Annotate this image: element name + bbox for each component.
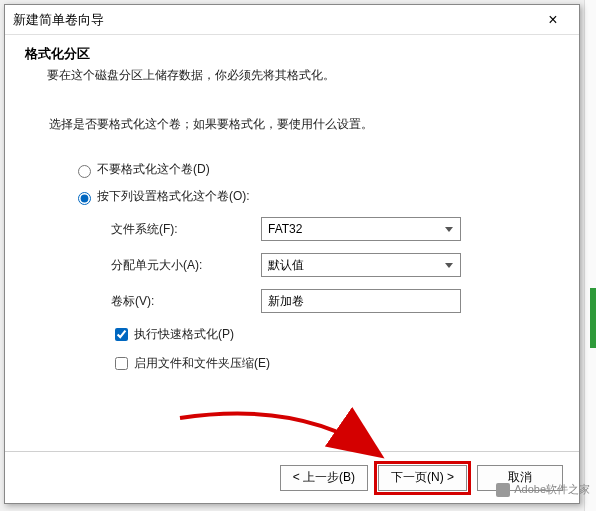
allocation-select[interactable]: 默认值	[261, 253, 461, 277]
filesystem-select[interactable]: FAT32	[261, 217, 461, 241]
volume-label-input[interactable]	[261, 289, 461, 313]
wizard-header: 格式化分区 要在这个磁盘分区上储存数据，你必须先将其格式化。	[5, 35, 579, 90]
quick-format-label: 执行快速格式化(P)	[134, 326, 234, 343]
allocation-label: 分配单元大小(A):	[111, 257, 261, 274]
page-subheading: 要在这个磁盘分区上储存数据，你必须先将其格式化。	[25, 67, 559, 84]
title-bar: 新建简单卷向导 ×	[5, 5, 579, 35]
radio-format[interactable]: 按下列设置格式化这个卷(O):	[73, 188, 535, 205]
page-heading: 格式化分区	[25, 45, 559, 63]
quick-format-row[interactable]: 执行快速格式化(P)	[111, 325, 535, 344]
background-panel	[584, 0, 596, 511]
intro-text: 选择是否要格式化这个卷；如果要格式化，要使用什么设置。	[49, 116, 535, 133]
window-title: 新建简单卷向导	[13, 11, 535, 29]
format-options: 文件系统(F): FAT32 分配单元大小(A): 默认值 卷标(V):	[111, 217, 535, 373]
radio-format-input[interactable]	[78, 192, 91, 205]
volume-label-label: 卷标(V):	[111, 293, 261, 310]
quick-format-checkbox[interactable]	[115, 328, 128, 341]
filesystem-label: 文件系统(F):	[111, 221, 261, 238]
wizard-body: 选择是否要格式化这个卷；如果要格式化，要使用什么设置。 不要格式化这个卷(D) …	[5, 90, 579, 389]
allocation-row: 分配单元大小(A): 默认值	[111, 253, 535, 277]
wizard-footer: < 上一步(B) 下一页(N) > 取消	[5, 451, 579, 503]
back-button[interactable]: < 上一步(B)	[280, 465, 368, 491]
volume-label-row: 卷标(V):	[111, 289, 535, 313]
compression-label: 启用文件和文件夹压缩(E)	[134, 355, 270, 372]
radio-format-label: 按下列设置格式化这个卷(O):	[97, 188, 250, 205]
compression-row[interactable]: 启用文件和文件夹压缩(E)	[111, 354, 535, 373]
background-accent	[590, 288, 596, 348]
compression-checkbox[interactable]	[115, 357, 128, 370]
radio-no-format-input[interactable]	[78, 165, 91, 178]
close-icon[interactable]: ×	[535, 11, 571, 29]
radio-no-format[interactable]: 不要格式化这个卷(D)	[73, 161, 535, 178]
filesystem-row: 文件系统(F): FAT32	[111, 217, 535, 241]
radio-no-format-label: 不要格式化这个卷(D)	[97, 161, 210, 178]
wizard-dialog: 新建简单卷向导 × 格式化分区 要在这个磁盘分区上储存数据，你必须先将其格式化。…	[4, 4, 580, 504]
cancel-button[interactable]: 取消	[477, 465, 563, 491]
next-button[interactable]: 下一页(N) >	[378, 465, 467, 491]
